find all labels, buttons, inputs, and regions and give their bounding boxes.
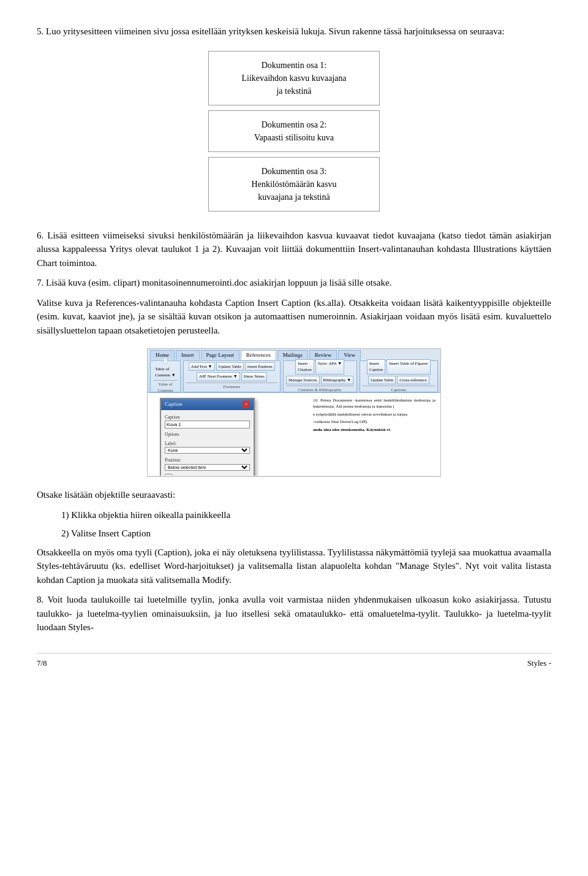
exclude-label-text: Exclude label from caption	[175, 474, 221, 476]
doc-box-3: Dokumentin osa 3:Henkilöstömäärän kasvuk…	[208, 157, 380, 211]
step-2: 2) Valitse Insert Caption	[61, 527, 551, 541]
doc-text-10: 10. Poista Documents -kansiossa sekä hen…	[313, 398, 435, 410]
doc-text-bold: audu aina ulos tietokoneelta. Käynnistä-…	[313, 427, 435, 433]
tab-references[interactable]: References	[241, 350, 276, 360]
doc-text-b: e työpöydällä mahdollisesti olevat sovel…	[313, 412, 435, 418]
item7-b-text: Valitse kuva ja References-valintanauha …	[37, 296, 551, 338]
styles-footer: Styles -	[527, 657, 551, 669]
doc-box-1: Dokumentin osa 1:Liikevaihdon kasvu kuva…	[208, 51, 380, 105]
footnotes-group-label: Footnotes	[186, 383, 277, 390]
doc-text-area: 10. Poista Documents -kansiossa sekä hen…	[313, 398, 435, 440]
insert-citation-btn[interactable]: InsertCitation	[295, 359, 314, 375]
dialog-close-btn[interactable]: ×	[243, 401, 250, 408]
manage-sources-btn[interactable]: Manage Sources	[286, 376, 319, 385]
position-field-label: Position:	[165, 457, 250, 463]
group-footnotes: Add Text ▼ Update Table Insert Endnote A…	[183, 360, 281, 392]
caption-dialog: Caption × Caption: Options Label:	[160, 398, 255, 476]
style-apa-btn[interactable]: Style: APA ▼	[315, 359, 344, 375]
item6-text: 6. Lisää esitteen viimeiseksi sivuksi he…	[37, 229, 551, 270]
label-field-label: Label:	[165, 440, 250, 447]
page-content: 5. Luo yritysesitteen viimeinen sivu jos…	[37, 25, 551, 669]
bibliography-btn[interactable]: Bibliography ▼	[321, 376, 354, 385]
toc-group-label: Table of Contents	[153, 380, 178, 394]
caption-input[interactable]	[165, 421, 250, 428]
dialog-body: Caption: Options Label: Kuva	[161, 410, 254, 476]
toc-label: Table ofContents ▼	[155, 366, 176, 379]
doc-area: Caption × Caption: Options Label:	[148, 393, 440, 476]
step-2-text: 2) Valitse Insert Caption	[61, 527, 151, 541]
update-table-captions-btn[interactable]: Update Table	[368, 376, 396, 385]
dialog-caption-label: Caption:	[165, 414, 250, 421]
tab-insert[interactable]: Insert	[176, 350, 200, 360]
page-footer: 7/8 Styles -	[37, 653, 551, 669]
position-select[interactable]: Below selected item	[165, 464, 250, 471]
dialog-caption-field: Caption:	[165, 414, 250, 428]
footnotes-btns: Add Text ▼ Update Table Insert Endnote A…	[186, 362, 277, 381]
doc-box-2: Dokumentin osa 2:Vapaasti stilisoitu kuv…	[208, 110, 380, 152]
word-screenshot: Home Insert Page Layout References Maili…	[147, 348, 441, 477]
ribbon-groups: 📄 Table ofContents ▼ Table of Contents A…	[148, 360, 440, 392]
update-table-btn[interactable]: Update Table	[216, 362, 244, 371]
page-number: 7/8	[37, 657, 47, 669]
screenshot-container: Home Insert Page Layout References Maili…	[37, 348, 551, 477]
dialog-options-section: Options	[165, 431, 250, 438]
exclude-checkbox-input[interactable]	[165, 474, 173, 476]
dialog-title-text: Caption	[165, 400, 183, 409]
show-notes-btn[interactable]: Show Notes	[241, 372, 267, 381]
toc-icon: 📄	[163, 358, 168, 365]
captions-btns: InsertCaption Insert Table of Figures Up…	[363, 359, 435, 385]
dialog-label-field: Label: Kuva	[165, 440, 250, 454]
citations-btns: InsertCitation Style: APA ▼ Manage Sourc…	[286, 359, 354, 385]
group-toc: 📄 Table ofContents ▼ Table of Contents	[150, 360, 181, 392]
step-1: 1) Klikka objektia hiiren oikealla paini…	[61, 508, 551, 522]
ribbon-tabs: Home Insert Page Layout References Maili…	[148, 349, 440, 360]
captions-group-label: Captions	[363, 386, 435, 394]
item8-text: 8. Voit luoda taulukoille tai luetelmill…	[37, 593, 551, 634]
caption-steps-list: 1) Klikka objektia hiiren oikealla paini…	[61, 508, 551, 541]
exclude-label-checkbox: Exclude label from caption	[165, 474, 250, 476]
tab-page-layout[interactable]: Page Layout	[201, 350, 239, 360]
insert-tof-btn[interactable]: Insert Table of Figures	[386, 359, 430, 375]
citations-group-label: Citations & Bibliography	[286, 386, 354, 394]
insert-endnote-btn[interactable]: Insert Endnote	[245, 362, 275, 371]
step-1-text: 1) Klikka objektia hiiren oikealla paini…	[61, 508, 230, 522]
dialog-position-field: Position: Below selected item	[165, 457, 250, 471]
item5-text: 5. Luo yritysesitteen viimeinen sivu jos…	[37, 25, 551, 39]
next-footnote-btn[interactable]: AB¹ Next Footnote ▼	[197, 372, 240, 381]
dialog-title-bar: Caption ×	[161, 399, 254, 410]
insert-caption-ribbon-btn[interactable]: InsertCaption	[367, 359, 385, 375]
options-label: Options	[165, 431, 250, 438]
add-text-btn[interactable]: Add Text ▼	[189, 362, 215, 371]
group-citations: InsertCitation Style: APA ▼ Manage Sourc…	[283, 360, 357, 392]
word-ribbon: Home Insert Page Layout References Maili…	[148, 349, 440, 393]
group-captions: InsertCaption Insert Table of Figures Up…	[360, 360, 438, 392]
doc-text-c: -valikosta Shut Down/Log Off).	[313, 419, 435, 425]
caption-list-intro: Otsake lisätään objektille seuraavasti:	[37, 488, 551, 502]
caption-note: Otsakkeella on myös oma tyyli (Caption),…	[37, 546, 551, 587]
item7-a-text: 7. Lisää kuva (esim. clipart) monitasoin…	[37, 276, 551, 290]
label-select[interactable]: Kuva	[165, 447, 250, 454]
cross-reference-btn[interactable]: Cross-reference	[397, 376, 429, 385]
document-boxes: Dokumentin osa 1:Liikevaihdon kasvu kuva…	[190, 51, 398, 216]
